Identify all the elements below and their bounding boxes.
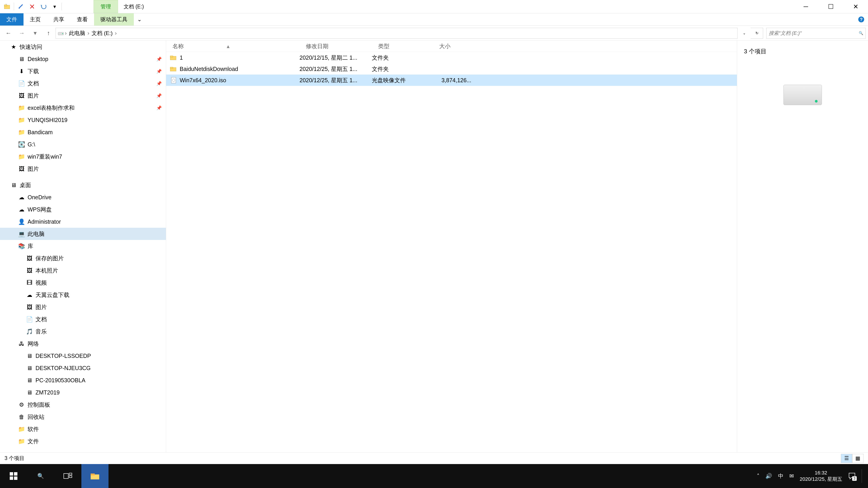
sidebar-item-net3[interactable]: 🖥PC-20190530OBLA bbox=[0, 374, 166, 386]
sidebar-item-pictures2[interactable]: 🖼图片 bbox=[0, 163, 166, 175]
sidebar-item-music[interactable]: 🎵音乐 bbox=[0, 325, 166, 337]
sidebar-item-tianyi[interactable]: ☁天翼云盘下载 bbox=[0, 289, 166, 301]
column-header-name[interactable]: 名称 ▴ bbox=[166, 42, 300, 50]
sidebar-item-label: 下载 bbox=[28, 68, 39, 75]
view-details-icon[interactable]: ☰ bbox=[841, 454, 852, 463]
ribbon-tab-home[interactable]: 主页 bbox=[24, 13, 47, 26]
svg-text:?: ? bbox=[860, 17, 863, 22]
sidebar-item-net1[interactable]: 🖥DESKTOP-LSSOEDP bbox=[0, 350, 166, 362]
qat-undo-icon[interactable] bbox=[38, 0, 49, 13]
sidebar-item-control-panel[interactable]: ⚙控制面板 bbox=[0, 398, 166, 411]
svg-rect-21 bbox=[91, 474, 95, 475]
sidebar-item-yunqishi[interactable]: 📁YUNQISHI2019 bbox=[0, 114, 166, 126]
file-row[interactable]: BaiduNetdiskDownload2020/12/25, 星期五 1...… bbox=[166, 63, 737, 74]
sidebar-item-pictures[interactable]: 🖼图片📌 bbox=[0, 90, 166, 102]
window-title: 文档 (E:) bbox=[118, 0, 149, 13]
ribbon-tab-drivetools[interactable]: 驱动器工具 bbox=[94, 13, 134, 26]
chevron-right-icon[interactable]: › bbox=[88, 30, 89, 36]
sidebar-item-lib-docs[interactable]: 📄文档 bbox=[0, 313, 166, 325]
sidebar-item-label: ZMT2019 bbox=[35, 389, 60, 396]
sidebar-item-documents[interactable]: 📄文档📌 bbox=[0, 77, 166, 90]
sidebar-item-desktop-zh[interactable]: 🖥桌面 bbox=[0, 179, 166, 191]
breadcrumb-root[interactable]: 此电脑 bbox=[68, 30, 87, 37]
sidebar-item-this-pc[interactable]: 💻此电脑 bbox=[0, 228, 166, 240]
sidebar-item-net4[interactable]: 🖥ZMT2019 bbox=[0, 386, 166, 398]
qat-dropdown-icon[interactable]: ▾ bbox=[49, 0, 60, 13]
tray-clock[interactable]: 16:32 2020/12/25, 星期五 bbox=[800, 470, 842, 482]
sidebar-item-excel[interactable]: 📁excel表格制作求和📌 bbox=[0, 102, 166, 114]
tray-ime-icon[interactable]: 中 bbox=[778, 473, 783, 480]
search-icon[interactable]: 🔍 bbox=[859, 31, 863, 35]
tray-volume-icon[interactable]: 🔊 bbox=[765, 473, 772, 479]
qat-delete-icon[interactable] bbox=[26, 0, 38, 13]
file-pane[interactable]: 名称 ▴ 修改日期 类型 大小 12020/12/15, 星期二 1...文件夹… bbox=[166, 41, 737, 452]
nav-recent-icon[interactable]: ▾ bbox=[29, 27, 41, 39]
address-bar: ← → ▾ ↑ › 此电脑 › 文档 (E:) › ⌄ ↻ 🔍 bbox=[0, 26, 868, 41]
taskbar: 🔍 ˄ 🔊 中 ✉ 16:32 2020/12/25, 星期五 3 bbox=[0, 464, 868, 488]
breadcrumb-current[interactable]: 文档 (E:) bbox=[90, 30, 114, 37]
nav-back-icon[interactable]: ← bbox=[2, 27, 15, 39]
ribbon-tab-view[interactable]: 查看 bbox=[70, 13, 94, 26]
sidebar-item-quick-access[interactable]: ★快速访问 bbox=[0, 41, 166, 53]
sidebar-item-local-photos[interactable]: 🖼本机照片 bbox=[0, 264, 166, 276]
sidebar-item-administrator[interactable]: 👤Administrator bbox=[0, 216, 166, 228]
tray-mail-icon[interactable]: ✉ bbox=[789, 473, 794, 479]
sidebar-item-label: 图片 bbox=[28, 165, 39, 173]
refresh-icon[interactable]: ↻ bbox=[751, 28, 763, 39]
sidebar-item-software[interactable]: 📁软件 bbox=[0, 423, 166, 435]
sidebar-item-files[interactable]: 📁文件 bbox=[0, 435, 166, 447]
start-button[interactable] bbox=[0, 464, 27, 488]
sidebar-item-network[interactable]: 🖧网络 bbox=[0, 337, 166, 350]
close-button[interactable]: ✕ bbox=[843, 0, 868, 13]
taskbar-explorer-icon[interactable] bbox=[81, 464, 108, 488]
sidebar-item-onedrive[interactable]: ☁OneDrive bbox=[0, 191, 166, 203]
column-header-date[interactable]: 修改日期 bbox=[300, 42, 372, 50]
breadcrumb[interactable]: › 此电脑 › 文档 (E:) › bbox=[56, 28, 738, 39]
show-desktop-button[interactable] bbox=[862, 469, 864, 483]
sidebar-item-wps[interactable]: ☁WPS网盘 bbox=[0, 203, 166, 216]
ribbon-tab-file[interactable]: 文件 bbox=[0, 13, 24, 26]
nav-sidebar[interactable]: ★快速访问 🖥Desktop📌 ⬇下载📌 📄文档📌 🖼图片📌 📁excel表格制… bbox=[0, 41, 166, 452]
nav-up-icon[interactable]: ↑ bbox=[42, 27, 55, 39]
nav-forward-icon[interactable]: → bbox=[16, 27, 28, 39]
taskbar-search-icon[interactable]: 🔍 bbox=[27, 464, 54, 488]
ribbon-tab-share[interactable]: 共享 bbox=[47, 13, 70, 26]
address-drop-icon[interactable]: ⌄ bbox=[739, 31, 750, 35]
ribbon-expand-icon[interactable]: ⌄ bbox=[134, 13, 145, 26]
svg-rect-13 bbox=[10, 472, 13, 476]
help-icon[interactable]: ? bbox=[855, 13, 868, 26]
search-box[interactable]: 🔍 bbox=[766, 28, 866, 39]
maximize-button[interactable]: ☐ bbox=[818, 0, 843, 13]
minimize-button[interactable]: ─ bbox=[794, 0, 818, 13]
sidebar-item-lib-pictures[interactable]: 🖼图片 bbox=[0, 301, 166, 313]
sidebar-item-desktop[interactable]: 🖥Desktop📌 bbox=[0, 53, 166, 65]
sidebar-item-downloads[interactable]: ⬇下载📌 bbox=[0, 65, 166, 77]
sidebar-item-gdrive[interactable]: 💽G:\ bbox=[0, 138, 166, 151]
tray-action-center-icon[interactable]: 3 bbox=[848, 472, 856, 480]
view-large-icons-icon[interactable]: ▦ bbox=[852, 454, 864, 463]
sidebar-item-net2[interactable]: 🖥DESKTOP-NJEU3CG bbox=[0, 362, 166, 374]
context-tab-manage[interactable]: 管理 bbox=[94, 0, 118, 13]
sidebar-item-label: G:\ bbox=[28, 141, 35, 148]
chevron-right-icon[interactable]: › bbox=[115, 30, 117, 36]
column-header-size[interactable]: 大小 bbox=[433, 42, 471, 50]
file-row[interactable]: 12020/12/15, 星期二 1...文件夹 bbox=[166, 52, 737, 63]
qat-new-folder-icon[interactable]: ✎ bbox=[1, 0, 13, 13]
file-row[interactable]: Win7x64_2020.iso2020/12/25, 星期五 1...光盘映像… bbox=[166, 74, 737, 86]
sidebar-item-label: 文件 bbox=[28, 437, 39, 445]
chevron-right-icon[interactable]: › bbox=[65, 30, 67, 36]
sidebar-item-label: Bandicam bbox=[28, 129, 53, 135]
tray-overflow-icon[interactable]: ˄ bbox=[757, 473, 760, 479]
column-header-type[interactable]: 类型 bbox=[372, 42, 433, 50]
sidebar-item-videos[interactable]: 🎞视频 bbox=[0, 276, 166, 289]
qat-properties-icon[interactable] bbox=[15, 0, 26, 13]
sidebar-item-libraries[interactable]: 📚库 bbox=[0, 240, 166, 252]
sidebar-item-bandicam[interactable]: 📁Bandicam bbox=[0, 126, 166, 138]
taskbar-taskview-icon[interactable] bbox=[54, 464, 81, 488]
search-input[interactable] bbox=[769, 30, 859, 36]
sidebar-item-label: 文档 bbox=[28, 80, 39, 87]
svg-rect-19 bbox=[69, 476, 72, 478]
sidebar-item-saved-pics[interactable]: 🖼保存的图片 bbox=[0, 252, 166, 264]
sidebar-item-recycle[interactable]: 🗑回收站 bbox=[0, 411, 166, 423]
sidebar-item-win7reinstall[interactable]: 📁win7重装win7 bbox=[0, 151, 166, 163]
